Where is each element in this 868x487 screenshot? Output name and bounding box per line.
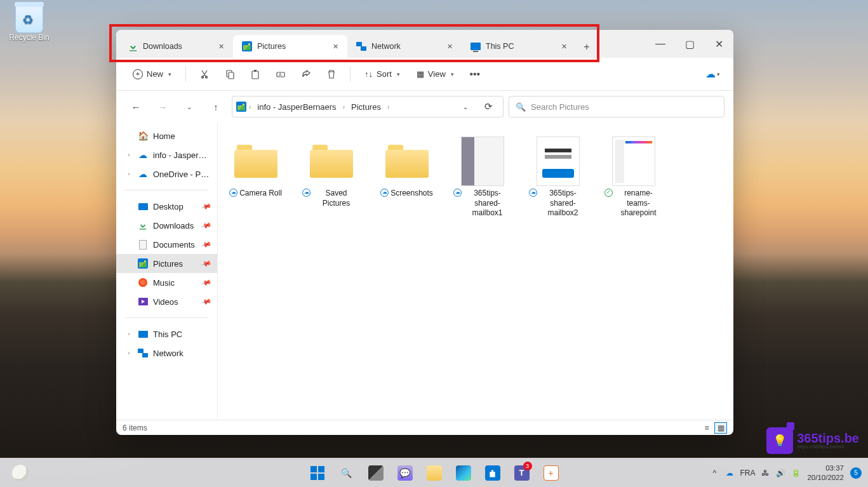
share-button[interactable] bbox=[295, 63, 317, 85]
task-view-icon bbox=[368, 465, 384, 481]
pc-icon bbox=[471, 43, 481, 50]
close-window-button[interactable]: ✕ bbox=[704, 30, 733, 58]
document-icon bbox=[139, 240, 147, 250]
store-button[interactable] bbox=[480, 460, 505, 486]
sidebar-item-music[interactable]: Music📌 bbox=[116, 273, 217, 292]
onedrive-tray-icon[interactable]: ☁ bbox=[724, 468, 735, 478]
edge-button[interactable] bbox=[451, 460, 476, 486]
address-dropdown-button[interactable]: ⌄ bbox=[455, 96, 476, 117]
sidebar-item-desktop[interactable]: Desktop📌 bbox=[116, 197, 217, 216]
forward-button[interactable]: → bbox=[152, 96, 173, 117]
chevron-right-icon[interactable]: › bbox=[125, 350, 133, 356]
up-button[interactable]: ↑ bbox=[205, 96, 227, 117]
image-item[interactable]: ✓rename-teams-sharepoint bbox=[603, 133, 664, 222]
network-icon bbox=[356, 41, 366, 51]
file-explorer-button[interactable] bbox=[422, 460, 447, 486]
delete-button[interactable] bbox=[321, 63, 342, 85]
volume-tray-icon[interactable]: 🔊 bbox=[775, 468, 785, 478]
folder-item[interactable]: ☁Camera Roll bbox=[225, 133, 286, 222]
more-button[interactable]: ••• bbox=[464, 63, 486, 85]
tab-this-pc[interactable]: This PC ✕ bbox=[462, 35, 576, 58]
folder-icon bbox=[234, 145, 277, 178]
sidebar-item-network[interactable]: › Network bbox=[116, 344, 217, 363]
chat-button[interactable]: 💬 bbox=[392, 460, 418, 486]
folder-item[interactable]: ☁Saved Pictures bbox=[301, 133, 361, 222]
watermark: 365tips.be https://365tips.be/en/ bbox=[766, 427, 859, 454]
svg-rect-3 bbox=[254, 70, 257, 72]
chevron-right-icon[interactable]: › bbox=[125, 331, 133, 337]
cloud-icon: ☁ bbox=[138, 150, 148, 160]
sidebar-item-videos[interactable]: Videos📌 bbox=[116, 292, 217, 311]
image-item[interactable]: ☁365tips-shared-mailbox2 bbox=[528, 133, 588, 222]
navigation-row: ← → ⌄ ↑ › info - JasperBernaers › Pictur… bbox=[116, 91, 733, 123]
tab-downloads[interactable]: Downloads ✕ bbox=[119, 35, 233, 58]
close-icon[interactable]: ✕ bbox=[557, 39, 571, 53]
folder-icon bbox=[310, 145, 353, 178]
recycle-bin[interactable]: Recycle Bin bbox=[6, 5, 52, 42]
image-item[interactable]: ☁365tips-shared-mailbox1 bbox=[452, 133, 512, 222]
sidebar-item-onedrive-personal[interactable]: ›☁ OneDrive - Persona bbox=[116, 164, 217, 183]
new-tab-button[interactable]: + bbox=[576, 36, 598, 58]
battery-tray-icon[interactable]: 🔋 bbox=[791, 468, 801, 478]
sort-button[interactable]: ↑↓ Sort ▾ bbox=[358, 63, 406, 85]
clock[interactable]: 03:37 20/10/2022 bbox=[807, 464, 844, 482]
image-thumbnail bbox=[612, 137, 655, 186]
language-indicator[interactable]: FRA bbox=[740, 469, 755, 477]
file-list[interactable]: ☁Camera Roll ☁Saved Pictures ☁Screenshot… bbox=[218, 123, 733, 420]
view-button[interactable]: ▦ View ▾ bbox=[410, 63, 460, 85]
sidebar-item-this-pc[interactable]: › This PC bbox=[116, 324, 217, 344]
tray-overflow-button[interactable]: ^ bbox=[709, 468, 719, 478]
network-tray-icon[interactable]: 🖧 bbox=[760, 468, 770, 478]
close-icon[interactable]: ✕ bbox=[214, 39, 228, 53]
cloud-status-icon: ☁ bbox=[302, 189, 310, 197]
onedrive-status-icon[interactable]: ☁▾ bbox=[702, 63, 723, 85]
recent-menu-button[interactable]: ⌄ bbox=[178, 96, 200, 117]
sidebar-item-documents[interactable]: Documents📌 bbox=[116, 235, 217, 254]
rename-button[interactable]: A bbox=[270, 63, 291, 85]
close-icon[interactable]: ✕ bbox=[443, 39, 457, 53]
back-button[interactable]: ← bbox=[125, 96, 147, 117]
address-bar[interactable]: › info - JasperBernaers › Pictures › ⌄ ⟳ bbox=[232, 96, 504, 117]
pc-icon bbox=[138, 331, 148, 338]
sidebar-item-downloads[interactable]: Downloads📌 bbox=[116, 216, 217, 235]
start-button[interactable] bbox=[305, 460, 330, 486]
pin-icon: 📌 bbox=[201, 201, 213, 212]
sidebar-item-onedrive-work[interactable]: ›☁ info - JasperBernae bbox=[116, 145, 217, 164]
teams-button[interactable]: 3 bbox=[509, 460, 535, 486]
tab-network[interactable]: Network ✕ bbox=[347, 35, 462, 58]
refresh-button[interactable]: ⟳ bbox=[477, 96, 499, 117]
tab-label: Network bbox=[371, 42, 401, 51]
new-button[interactable]: + New ▾ bbox=[126, 63, 178, 85]
search-input[interactable]: 🔍 Search Pictures bbox=[509, 96, 724, 117]
navigation-sidebar: 🏠 Home ›☁ info - JasperBernae ›☁ OneDriv… bbox=[116, 123, 218, 420]
pin-icon: 📌 bbox=[201, 220, 213, 231]
breadcrumb[interactable]: Pictures bbox=[347, 100, 385, 114]
cut-button[interactable] bbox=[194, 63, 215, 85]
taskbar: 🔍 💬 3 ^ ☁ FRA 🖧 🔊 🔋 03:37 20/10/2022 5 bbox=[0, 458, 868, 487]
widgets-button[interactable] bbox=[8, 460, 33, 486]
maximize-button[interactable]: ▢ bbox=[675, 30, 704, 58]
snipping-tool-button[interactable] bbox=[538, 460, 564, 486]
watermark-icon bbox=[766, 427, 793, 454]
chevron-down-icon: ▾ bbox=[397, 71, 400, 77]
details-view-button[interactable]: ≡ bbox=[700, 422, 713, 434]
sidebar-item-home[interactable]: 🏠 Home bbox=[116, 126, 217, 145]
minimize-button[interactable]: — bbox=[646, 30, 675, 58]
task-view-button[interactable] bbox=[363, 460, 389, 486]
copy-button[interactable] bbox=[219, 63, 241, 85]
sidebar-item-pictures[interactable]: Pictures📌 bbox=[116, 254, 217, 273]
search-button[interactable]: 🔍 bbox=[334, 460, 359, 486]
tab-pictures[interactable]: Pictures ✕ bbox=[233, 35, 347, 58]
notification-center-button[interactable]: 5 bbox=[850, 467, 862, 479]
search-icon: 🔍 bbox=[516, 102, 526, 112]
close-icon[interactable]: ✕ bbox=[328, 39, 342, 53]
cloud-icon: ☁ bbox=[138, 169, 148, 179]
svg-rect-2 bbox=[252, 71, 258, 79]
icons-view-button[interactable]: ▦ bbox=[714, 422, 727, 434]
chevron-right-icon[interactable]: › bbox=[125, 152, 133, 158]
chevron-right-icon[interactable]: › bbox=[125, 171, 133, 177]
breadcrumb[interactable]: info - JasperBernaers bbox=[253, 100, 340, 114]
folder-item[interactable]: ☁Screenshots bbox=[377, 133, 437, 222]
paste-button[interactable] bbox=[244, 63, 266, 85]
recycle-bin-label: Recycle Bin bbox=[9, 33, 49, 42]
